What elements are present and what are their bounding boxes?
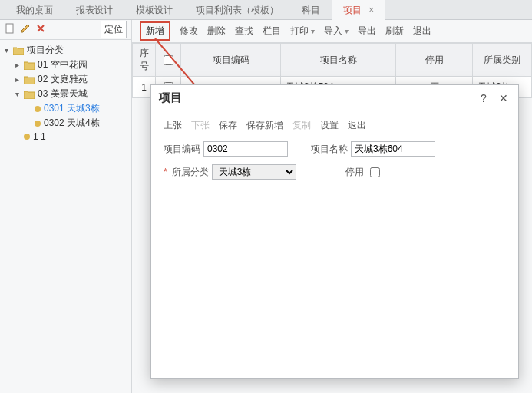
disabled-checkbox[interactable] — [370, 167, 380, 177]
leaf-icon — [35, 121, 41, 127]
find-button[interactable]: 查找 — [235, 25, 253, 38]
dialog-toolbar: 上张 下张 保存 保存新增 复制 设置 退出 — [151, 111, 518, 137]
delete-button[interactable]: 删除 — [207, 25, 226, 38]
dialog-exit-button[interactable]: 退出 — [348, 119, 366, 132]
tree-node-01[interactable]: ▸ 01 空中花园 — [3, 58, 128, 72]
tree-node-02[interactable]: ▸ 02 文庭雅苑 — [3, 72, 128, 87]
select-all-checkbox[interactable] — [164, 55, 173, 65]
dialog-form: 项目编码 项目名称 * 所属分类 天城3栋 停用 — [151, 137, 518, 192]
print-dropdown[interactable]: 打印 — [290, 25, 315, 38]
caret-down-icon: ▾ — [14, 90, 21, 98]
tab-label: 报表设计 — [76, 5, 113, 15]
name-label: 项目名称 — [311, 143, 348, 156]
tree-label: 项目分类 — [27, 44, 64, 57]
tab-report-design[interactable]: 报表设计 — [64, 0, 124, 20]
tree-root[interactable]: ▾ 项目分类 — [3, 43, 128, 58]
field-category: * 所属分类 天城3栋 — [164, 164, 296, 180]
tab-label: 我的桌面 — [16, 5, 53, 15]
tab-label: 科目 — [302, 5, 320, 15]
delete-icon[interactable] — [35, 23, 46, 36]
close-icon[interactable]: × — [368, 5, 374, 15]
edit-icon[interactable] — [20, 23, 31, 36]
new-doc-icon[interactable] — [5, 23, 15, 36]
col-checkbox[interactable] — [156, 44, 181, 77]
tree-label: 01 空中花园 — [38, 58, 88, 71]
col-name[interactable]: 项目名称 — [281, 44, 396, 77]
col-seq[interactable]: 序号 — [133, 44, 156, 77]
refresh-button[interactable]: 刷新 — [385, 25, 404, 38]
caret-right-icon: ▸ — [14, 61, 21, 69]
disabled-label: 停用 — [345, 166, 364, 179]
category-tree: ▾ 项目分类 ▸ 01 空中花园 ▸ 02 文庭雅苑 ▾ 03 美景天城 — [0, 40, 131, 146]
grid-header-row: 序号 项目编码 项目名称 停用 所属类别 — [133, 44, 532, 77]
project-dialog: 项目 ? ✕ 上张 下张 保存 保存新增 复制 设置 退出 项目编码 项目名称 … — [150, 84, 519, 379]
main-toolbar: 新增 修改 删除 查找 栏目 打印 导入 导出 刷新 退出 — [132, 20, 532, 43]
caret-right-icon: ▸ — [14, 75, 21, 84]
tree-label: 02 文庭雅苑 — [38, 73, 88, 86]
settings-button[interactable]: 设置 — [320, 119, 339, 132]
import-dropdown[interactable]: 导入 — [324, 25, 349, 38]
col-category[interactable]: 所属类别 — [473, 44, 532, 77]
code-input[interactable] — [203, 141, 288, 157]
dialog-header: 项目 ? ✕ — [151, 85, 518, 111]
required-mark: * — [164, 167, 167, 177]
new-button[interactable]: 新增 — [140, 21, 170, 41]
category-select[interactable]: 天城3栋 — [212, 164, 296, 180]
tab-template-design[interactable]: 模板设计 — [124, 0, 184, 20]
tree-label: 0302 天城4栋 — [44, 117, 100, 130]
folder-icon — [13, 46, 24, 55]
copy-button: 复制 — [292, 119, 311, 132]
close-icon[interactable]: ✕ — [497, 92, 511, 104]
help-icon[interactable]: ? — [477, 92, 491, 104]
dialog-title: 项目 — [159, 91, 182, 105]
folder-icon — [24, 75, 35, 84]
caret-down-icon: ▾ — [3, 46, 10, 54]
field-disabled: 停用 — [345, 165, 382, 180]
tab-label: 项目 — [343, 5, 362, 15]
leaf-icon — [35, 106, 41, 112]
code-label: 项目编码 — [164, 143, 200, 156]
col-disabled[interactable]: 停用 — [396, 44, 473, 77]
sidebar: 定位 ▾ 项目分类 ▸ 01 空中花园 ▸ 02 文庭雅苑 ▾ 03 美景天城 — [0, 20, 132, 393]
leaf-icon — [24, 134, 30, 140]
export-button[interactable]: 导出 — [358, 25, 376, 38]
tab-subject[interactable]: 科目 — [290, 0, 332, 20]
column-button[interactable]: 栏目 — [263, 25, 281, 38]
next-button: 下张 — [191, 119, 210, 132]
exit-button[interactable]: 退出 — [413, 25, 431, 38]
name-input[interactable] — [351, 141, 435, 157]
save-new-button[interactable]: 保存新增 — [246, 119, 283, 132]
edit-button[interactable]: 修改 — [180, 25, 198, 38]
save-button[interactable]: 保存 — [219, 119, 237, 132]
tree-node-03[interactable]: ▾ 03 美景天城 — [3, 87, 128, 101]
category-label: 所属分类 — [172, 166, 209, 179]
locate-button[interactable]: 定位 — [101, 21, 127, 38]
tab-label: 模板设计 — [136, 5, 173, 15]
folder-icon — [24, 90, 35, 99]
tree-leaf-0302[interactable]: 0302 天城4栋 — [3, 116, 128, 130]
field-code: 项目编码 — [164, 141, 288, 157]
svg-rect-1 — [7, 25, 9, 25]
sidebar-toolbar: 定位 — [0, 20, 131, 40]
folder-icon — [24, 61, 35, 70]
tab-profit-template[interactable]: 项目利润表（模板） — [184, 0, 290, 20]
field-name: 项目名称 — [311, 141, 435, 157]
tab-project[interactable]: 项目 × — [332, 0, 385, 20]
tree-label: 0301 天城3栋 — [44, 102, 100, 115]
tree-leaf-11[interactable]: 1 1 — [3, 130, 128, 143]
prev-button[interactable]: 上张 — [164, 119, 182, 132]
top-tabs: 我的桌面 报表设计 模板设计 项目利润表（模板） 科目 项目 × — [0, 0, 532, 20]
tree-label: 1 1 — [33, 131, 46, 142]
tab-desktop[interactable]: 我的桌面 — [5, 0, 64, 20]
tree-label: 03 美景天城 — [38, 88, 88, 101]
tab-label: 项目利润表（模板） — [196, 5, 279, 15]
tree-leaf-0301[interactable]: 0301 天城3栋 — [3, 101, 128, 116]
col-code[interactable]: 项目编码 — [181, 44, 281, 77]
